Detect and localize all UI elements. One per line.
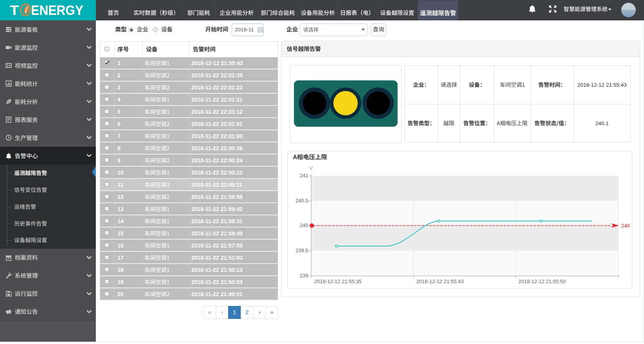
svg-text:240: 240 bbox=[621, 223, 630, 229]
svg-text:2018-12-12 21:55:35: 2018-12-12 21:55:35 bbox=[314, 278, 362, 284]
svg-text:241: 241 bbox=[300, 173, 308, 178]
svg-text:2018-12-12 21:55:43: 2018-12-12 21:55:43 bbox=[416, 278, 464, 284]
svg-text:240: 240 bbox=[300, 222, 308, 228]
svg-text:240.5: 240.5 bbox=[295, 198, 308, 204]
svg-text:2018-12-12 21:55:50: 2018-12-12 21:55:50 bbox=[518, 278, 566, 284]
svg-text:239.5: 239.5 bbox=[295, 248, 308, 253]
svg-text:V: V bbox=[309, 165, 313, 171]
svg-text:239: 239 bbox=[300, 273, 308, 278]
